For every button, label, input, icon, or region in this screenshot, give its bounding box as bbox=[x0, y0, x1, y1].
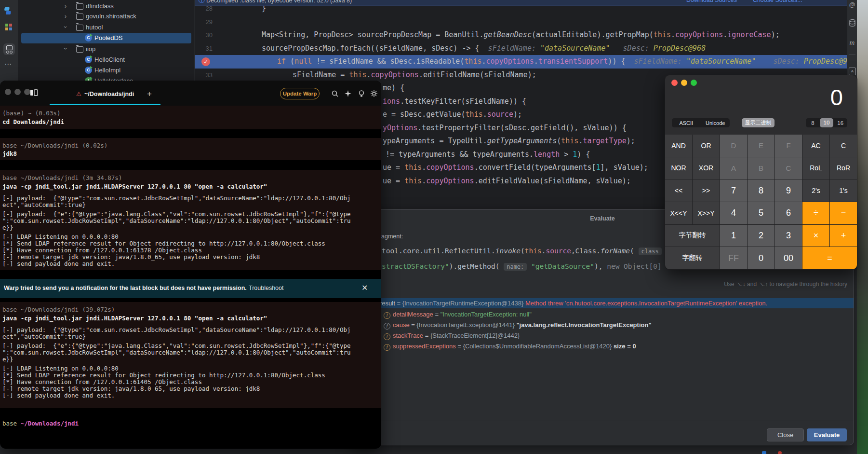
gear-icon[interactable] bbox=[370, 90, 378, 97]
result-row-result[interactable]: result = {InvocationTargetRuntimeExcepti… bbox=[351, 298, 854, 308]
line-number[interactable]: 30 bbox=[195, 28, 213, 42]
calc-button-NOR[interactable]: NOR bbox=[665, 157, 692, 179]
terminal-titlebar[interactable]: ⚠~/Downloads/jndi + Update Warp bbox=[0, 81, 381, 106]
sidebar-item-pooledds[interactable]: CPooledDS bbox=[18, 33, 194, 43]
project-logo-icon[interactable] bbox=[4, 7, 13, 15]
calc-button-7[interactable]: 7 bbox=[720, 179, 747, 202]
breakpoint-icon[interactable]: ✓ bbox=[201, 57, 210, 66]
close-button[interactable]: Close bbox=[767, 428, 804, 441]
terminal-prompt[interactable]: base ~/Downloads/jndi bbox=[2, 420, 79, 427]
calc-button-2's[interactable]: 2's bbox=[802, 179, 829, 202]
traffic-minimize-icon[interactable] bbox=[14, 89, 21, 95]
sidebar-item-helloclient[interactable]: CHelloClient bbox=[18, 55, 194, 65]
sidebar-item-govuln-shiroattack[interactable]: ›govuln.shiroattack bbox=[18, 11, 194, 22]
code-line-37[interactable]: yOptions.testPropertyFilter(sDesc.getFie… bbox=[383, 122, 627, 135]
result-row-cause[interactable]: fcause = {InvocationTargetException@1441… bbox=[351, 320, 854, 330]
structure-tool-icon[interactable] bbox=[3, 43, 15, 55]
calc-button-E[interactable]: E bbox=[748, 135, 775, 157]
unicode-option[interactable]: Unicode bbox=[701, 120, 730, 126]
calc-button-AND[interactable]: AND bbox=[665, 135, 692, 157]
calc-button-RoL[interactable]: RoL bbox=[802, 157, 829, 179]
fragment-code-line-1[interactable]: tool.core.util.ReflectUtil.invoke(this.s… bbox=[382, 245, 662, 257]
calc-button-X<<Y[interactable]: X<<Y bbox=[665, 202, 692, 224]
code-line-30[interactable]: Map<String, PropDesc> sourcePropDescMap … bbox=[262, 28, 780, 42]
dock-icon-red[interactable] bbox=[778, 451, 782, 454]
calc-button-1's[interactable]: 1's bbox=[830, 179, 857, 202]
calc-button-9[interactable]: 9 bbox=[775, 179, 802, 202]
code-line-39[interactable]: != typeArguments && typeArguments.length… bbox=[386, 148, 590, 162]
calc-close-icon[interactable] bbox=[671, 80, 678, 86]
bookmarks-icon[interactable] bbox=[30, 89, 38, 96]
calc-button-4[interactable]: 4 bbox=[720, 202, 747, 224]
calc-button-A[interactable]: A bbox=[720, 157, 747, 179]
calc-button-AC[interactable]: AC bbox=[802, 135, 829, 157]
chevron-right-icon[interactable]: › bbox=[65, 1, 67, 12]
download-sources-link[interactable]: Download Sources bbox=[686, 0, 737, 3]
update-warp-button[interactable]: Update Warp bbox=[280, 88, 320, 99]
code-line-41[interactable]: ue = this.copyOptions.editFieldValue(sFi… bbox=[383, 175, 631, 188]
calc-button-−[interactable]: − bbox=[830, 202, 857, 224]
plugin-icon[interactable] bbox=[5, 23, 13, 31]
fragment-code-line-2[interactable]: stractDSFactory").getMethod( name: "getD… bbox=[382, 260, 662, 273]
close-icon[interactable]: ✕ bbox=[361, 283, 368, 292]
calc-button-<<[interactable]: << bbox=[665, 179, 692, 202]
calc-button-8[interactable]: 8 bbox=[748, 179, 775, 202]
calc-button-3[interactable]: 3 bbox=[775, 225, 802, 247]
calc-button-B[interactable]: B bbox=[748, 157, 775, 179]
calc-button-+[interactable]: + bbox=[830, 225, 857, 247]
choose-sources-link[interactable]: Choose Sources... bbox=[753, 0, 802, 3]
calc-button-6[interactable]: 6 bbox=[775, 202, 802, 224]
sidebar-item-helloimpl[interactable]: CHelloImpl bbox=[18, 65, 194, 76]
base-option-16[interactable]: 16 bbox=[833, 120, 847, 126]
result-row-suppressedExceptions[interactable]: fsuppressedExceptions = {Collections$Unm… bbox=[351, 341, 854, 351]
line-number[interactable]: 29 bbox=[195, 15, 213, 29]
result-row-stackTrace[interactable]: fstackTrace = {StackTraceElement[12]@144… bbox=[351, 330, 854, 341]
encoding-segment[interactable]: ASCII Unicode bbox=[672, 118, 730, 127]
calc-button-OR[interactable]: OR bbox=[693, 135, 720, 157]
new-tab-button[interactable]: + bbox=[144, 84, 155, 104]
bulb-icon[interactable] bbox=[358, 90, 365, 97]
calc-button-D[interactable]: D bbox=[720, 135, 747, 157]
calc-button-F[interactable]: F bbox=[775, 135, 802, 157]
code-line-33[interactable]: sFieldName = this.copyOptions.editFieldN… bbox=[293, 69, 536, 82]
calc-button-0[interactable]: 0 bbox=[748, 247, 775, 269]
more-tools-icon[interactable]: ⋯ bbox=[4, 60, 12, 69]
ascii-option[interactable]: ASCII bbox=[672, 120, 701, 126]
calc-zoom-icon[interactable] bbox=[691, 80, 697, 86]
code-line-36[interactable]: e = sDesc.getValue(this.source); bbox=[383, 108, 522, 122]
calc-button-字翻转[interactable]: 字翻转 bbox=[665, 247, 720, 269]
code-line-38[interactable]: ypeArguments = TypeUtil.getTypeArguments… bbox=[383, 135, 635, 148]
calc-button-C[interactable]: C bbox=[830, 135, 857, 157]
sidebar-item-dfindclass[interactable]: ›dfindclass bbox=[18, 1, 194, 12]
search-icon[interactable] bbox=[331, 90, 339, 97]
database-icon[interactable] bbox=[849, 19, 855, 27]
calc-button-X>>Y[interactable]: X>>Y bbox=[693, 202, 720, 224]
result-row-detailMessage[interactable]: fdetailMessage = "InvocationTargetExcept… bbox=[351, 309, 854, 319]
code-line-32[interactable]: if (null != sFieldName && sDesc.isReadab… bbox=[277, 55, 847, 69]
line-number[interactable]: 31 bbox=[195, 42, 213, 55]
code-line-31[interactable]: sourcePropDescMap.forEach((sFieldName, s… bbox=[262, 42, 706, 55]
calc-button-FF[interactable]: FF bbox=[720, 247, 747, 269]
calc-button-字节翻转[interactable]: 字节翻转 bbox=[665, 225, 720, 247]
traffic-close-icon[interactable] bbox=[5, 89, 11, 95]
calc-button-÷[interactable]: ÷ bbox=[802, 202, 829, 224]
chevron-right-icon[interactable]: › bbox=[65, 11, 67, 22]
code-line-34[interactable]: me) { bbox=[383, 82, 404, 95]
base-option-8[interactable]: 8 bbox=[806, 120, 820, 126]
sidebar-item-hutool[interactable]: ›hutool bbox=[18, 22, 194, 33]
calc-button-RoR[interactable]: RoR bbox=[830, 157, 857, 179]
base-segment[interactable]: 81016 bbox=[806, 118, 847, 127]
code-line-40[interactable]: ue = this.copyOptions.convertField(typeA… bbox=[383, 161, 648, 175]
calc-button-XOR[interactable]: XOR bbox=[693, 157, 720, 179]
dock-icon-blue[interactable] bbox=[762, 451, 766, 454]
calc-button-2[interactable]: 2 bbox=[748, 225, 775, 247]
evaluate-button[interactable]: Evaluate bbox=[807, 428, 847, 441]
at-icon[interactable]: @ bbox=[847, 1, 857, 8]
line-number[interactable]: 33 bbox=[195, 69, 213, 82]
chevron-down-icon[interactable]: › bbox=[60, 48, 71, 50]
calc-button-=[interactable]: = bbox=[802, 247, 857, 269]
calc-minimize-icon[interactable] bbox=[681, 80, 687, 86]
calc-button-C[interactable]: C bbox=[775, 157, 802, 179]
calc-button-00[interactable]: 00 bbox=[775, 247, 802, 269]
translate-icon[interactable]: A bbox=[849, 68, 856, 75]
